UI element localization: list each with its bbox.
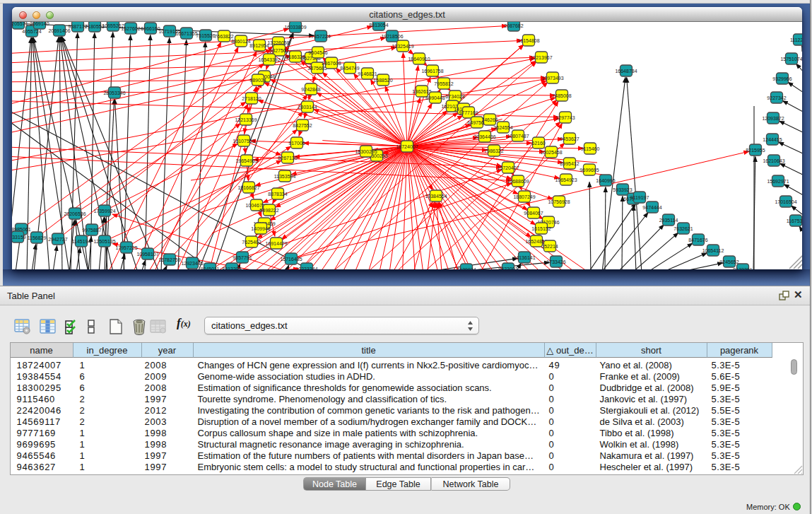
svg-text:15720407: 15720407 — [497, 165, 519, 170]
svg-text:8813054: 8813054 — [369, 23, 388, 28]
svg-text:3875685: 3875685 — [307, 66, 326, 71]
svg-text:12505135: 12505135 — [93, 239, 115, 244]
svg-text:2867608: 2867608 — [322, 61, 341, 66]
svg-text:10688609: 10688609 — [507, 179, 529, 184]
svg-text:19384554: 19384554 — [425, 194, 447, 199]
svg-text:8471676: 8471676 — [688, 238, 707, 243]
svg-text:8995412: 8995412 — [560, 161, 579, 166]
svg-text:8860124: 8860124 — [231, 39, 250, 44]
svg-text:7955812: 7955812 — [434, 81, 453, 86]
svg-text:8427552: 8427552 — [293, 123, 312, 128]
svg-text:5498222: 5498222 — [259, 208, 278, 213]
svg-text:10223344: 10223344 — [295, 267, 317, 270]
svg-text:1205571: 1205571 — [12, 22, 28, 26]
svg-text:12923446: 12923446 — [181, 261, 203, 266]
svg-text:1156829: 1156829 — [28, 235, 47, 240]
svg-text:9115460: 9115460 — [581, 146, 600, 151]
svg-text:15692971: 15692971 — [767, 179, 789, 184]
svg-text:19654923: 19654923 — [555, 177, 577, 182]
svg-text:20206536: 20206536 — [64, 211, 86, 216]
svg-text:8123301: 8123301 — [733, 267, 752, 270]
svg-text:19218506: 19218506 — [381, 34, 403, 39]
svg-text:1112233: 1112233 — [790, 37, 802, 42]
svg-text:7986322: 7986322 — [484, 148, 503, 153]
svg-text:18640910: 18640910 — [408, 57, 430, 62]
svg-text:1409946: 1409946 — [251, 226, 270, 231]
svg-text:9084067: 9084067 — [524, 211, 543, 216]
svg-text:15751074: 15751074 — [780, 57, 802, 62]
svg-text:9777169: 9777169 — [459, 110, 478, 115]
svg-text:12213967: 12213967 — [530, 55, 552, 60]
svg-text:9453627: 9453627 — [560, 136, 579, 141]
svg-text:62160: 62160 — [531, 141, 546, 146]
svg-text:19166827: 19166827 — [237, 185, 259, 190]
svg-text:1145194: 1145194 — [72, 239, 91, 244]
svg-text:16961758: 16961758 — [421, 69, 443, 74]
svg-text:8990448: 8990448 — [425, 95, 445, 100]
svg-text:1640995: 1640995 — [596, 178, 615, 183]
svg-text:2087682: 2087682 — [504, 23, 523, 28]
svg-text:3624554: 3624554 — [493, 125, 512, 130]
svg-text:20364436: 20364436 — [473, 134, 495, 139]
svg-text:1615152: 1615152 — [531, 226, 551, 231]
svg-text:8267130: 8267130 — [278, 156, 297, 160]
svg-text:16648784: 16648784 — [615, 69, 637, 74]
svg-text:9242848: 9242848 — [301, 87, 320, 92]
svg-text:14136141: 14136141 — [513, 255, 535, 260]
svg-text:7485008: 7485008 — [552, 93, 571, 98]
svg-text:7357224: 7357224 — [311, 34, 330, 39]
svg-text:10973493: 10973493 — [541, 76, 563, 81]
svg-text:10807487: 10807487 — [507, 134, 529, 139]
svg-text:12325419: 12325419 — [392, 44, 413, 49]
svg-text:2718120: 2718120 — [242, 96, 261, 101]
svg-text:16107553: 16107553 — [233, 139, 254, 144]
svg-text:9227342: 9227342 — [767, 95, 786, 100]
svg-text:1588520: 1588520 — [373, 78, 392, 83]
svg-text:9474444: 9474444 — [642, 205, 661, 210]
svg-text:1527602: 1527602 — [121, 26, 140, 31]
svg-text:252214: 252214 — [541, 244, 558, 249]
svg-text:8454749: 8454749 — [340, 66, 359, 71]
svg-text:10756928: 10756928 — [548, 199, 570, 204]
svg-text:9327503: 9327503 — [269, 48, 288, 53]
svg-text:18807249: 18807249 — [513, 194, 535, 199]
svg-text:17957225: 17957225 — [115, 245, 137, 250]
svg-text:12213369: 12213369 — [235, 117, 257, 122]
svg-text:9245011: 9245011 — [201, 267, 220, 270]
svg-text:2942737: 2942737 — [48, 237, 67, 242]
svg-text:989024: 989024 — [249, 78, 266, 83]
svg-text:5933923: 5933923 — [613, 187, 632, 192]
svg-text:16154808: 16154808 — [517, 38, 539, 43]
svg-text:9119197: 9119197 — [630, 195, 649, 200]
svg-text:15716485: 15716485 — [280, 257, 302, 262]
svg-text:1733426: 1733426 — [546, 259, 565, 264]
svg-text:8912954: 8912954 — [249, 43, 269, 48]
svg-text:10958107: 10958107 — [136, 252, 158, 257]
svg-text:18724007: 18724007 — [396, 144, 418, 149]
svg-text:16914479: 16914479 — [265, 241, 287, 246]
svg-text:10654112: 10654112 — [702, 248, 724, 253]
svg-text:16671355: 16671355 — [175, 31, 197, 36]
svg-text:9857791: 9857791 — [233, 255, 252, 260]
svg-text:1297743: 1297743 — [555, 115, 575, 120]
svg-text:6966160: 6966160 — [141, 26, 160, 31]
svg-text:16033809: 16033809 — [284, 25, 306, 30]
svg-text:9329966: 9329966 — [772, 76, 792, 81]
svg-text:9975887: 9975887 — [82, 228, 101, 233]
svg-text:17016504: 17016504 — [775, 199, 796, 204]
svg-text:2935114: 2935114 — [659, 218, 678, 223]
svg-text:9822001: 9822001 — [498, 267, 517, 270]
svg-text:7120034: 7120034 — [457, 267, 476, 270]
svg-text:933159: 933159 — [12, 235, 26, 240]
svg-text:2069140: 2069140 — [30, 22, 49, 26]
svg-text:1167533: 1167533 — [787, 218, 802, 223]
svg-text:8215955: 8215955 — [746, 148, 765, 153]
svg-text:2803144: 2803144 — [298, 105, 317, 110]
svg-text:8312205: 8312205 — [222, 267, 241, 270]
svg-text:12093872: 12093872 — [762, 116, 784, 121]
svg-text:9245652: 9245652 — [719, 259, 739, 264]
svg-text:1244415: 1244415 — [763, 137, 782, 142]
svg-text:917006: 917006 — [288, 141, 305, 146]
svg-text:7625402: 7625402 — [242, 240, 261, 245]
svg-text:7663822: 7663822 — [214, 34, 233, 39]
